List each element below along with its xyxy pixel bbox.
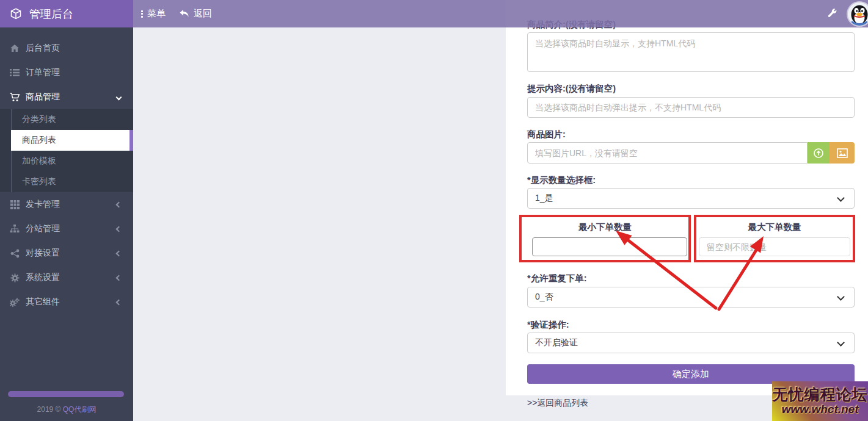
sidebar-item-card-mgmt[interactable]: 发卡管理 — [0, 192, 133, 217]
sidebar-item-label: 后台首页 — [26, 43, 60, 54]
qty-select-label: *显示数量选择框: — [527, 175, 596, 186]
gear-icon — [9, 273, 20, 282]
sidebar-item-markup-template[interactable]: 加价模板 — [0, 151, 133, 171]
brand-header[interactable]: 管理后台 — [0, 0, 133, 27]
upload-image-button[interactable] — [808, 142, 830, 164]
display-qty-value: 1_是 — [535, 193, 553, 204]
grid-icon — [9, 200, 20, 209]
tip-label: 提示内容:(没有请留空) — [527, 83, 616, 95]
sidebar-item-label: 订单管理 — [26, 67, 60, 78]
tip-input[interactable] — [527, 97, 855, 118]
reply-arrow-icon — [179, 9, 189, 18]
back-label: 返回 — [194, 8, 212, 20]
chevron-down-icon — [837, 194, 845, 202]
sidebar-item-label: 商品管理 — [26, 92, 60, 103]
sidebar-item-card-list[interactable]: 卡密列表 — [0, 171, 133, 192]
sidebar-item-product-list[interactable]: 商品列表 — [11, 130, 129, 151]
sidebar-item-substation[interactable]: 分站管理 — [0, 217, 133, 241]
sidebar-item-label: 其它组件 — [26, 297, 60, 308]
chevron-left-icon — [116, 202, 122, 208]
admin-page: 商品简介:(没有请留空) 提示内容:(没有请留空) 商品图片: *显示数量选择框… — [0, 0, 868, 421]
verify-select[interactable]: 不开启验证 — [527, 333, 855, 353]
chevron-down-icon — [837, 293, 845, 301]
verify-value: 不开启验证 — [535, 337, 578, 348]
sidebar-divider-bar — [8, 391, 124, 397]
user-avatar[interactable] — [848, 2, 868, 26]
repeat-order-label: *允许重复下单: — [527, 273, 586, 284]
chevron-left-icon — [116, 251, 122, 257]
vertical-dots-icon — [141, 9, 143, 18]
verify-label: *验证操作: — [527, 319, 569, 331]
cart-icon — [9, 93, 20, 102]
sidebar-item-system-settings[interactable]: 系统设置 — [0, 265, 133, 290]
copyright-year: 2019 © — [37, 405, 61, 414]
chevron-left-icon — [116, 300, 122, 306]
sub-item-label: 商品列表 — [22, 135, 56, 146]
home-icon — [9, 44, 20, 52]
annotation-arrows — [605, 226, 782, 317]
settings-wrench-button[interactable] — [827, 0, 837, 27]
sidebar-item-home[interactable]: 后台首页 — [0, 36, 133, 60]
sidebar-footer: 2019 © QQ代刷网 — [0, 405, 133, 415]
forum-watermark: 无忧编程论坛 www.whct.net — [772, 381, 868, 421]
image-url-input[interactable] — [527, 142, 808, 164]
sidebar-item-docking[interactable]: 对接设置 — [0, 241, 133, 265]
back-button[interactable]: 返回 — [179, 0, 212, 27]
active-item-strip — [129, 130, 133, 151]
cogs-icon — [9, 298, 20, 307]
menu-toggle-button[interactable]: 菜单 — [141, 0, 166, 27]
sidebar-item-products[interactable]: 商品管理 — [0, 85, 133, 109]
qq-penguin-icon — [848, 2, 868, 26]
menu-label: 菜单 — [147, 8, 166, 20]
sidebar-item-orders[interactable]: 订单管理 — [0, 60, 133, 85]
sidebar-item-label: 发卡管理 — [26, 199, 60, 210]
sidebar-item-label: 对接设置 — [26, 248, 60, 259]
chevron-left-icon — [116, 226, 122, 232]
site-link[interactable]: QQ代刷网 — [63, 405, 97, 414]
sidebar-item-category-list[interactable]: 分类列表 — [0, 109, 133, 130]
sub-item-label: 分类列表 — [22, 114, 56, 125]
sidebar-item-other-components[interactable]: 其它组件 — [0, 290, 133, 314]
image-icon — [837, 148, 848, 158]
sidebar-item-label: 分站管理 — [26, 223, 60, 234]
sitemap-icon — [9, 225, 20, 233]
back-to-product-list-link[interactable]: >>返回商品列表 — [527, 398, 588, 409]
display-qty-select[interactable]: 1_是 — [527, 188, 855, 209]
sidebar-item-label: 系统设置 — [26, 272, 60, 283]
sidebar: 管理后台 后台首页 订单管理 — [0, 0, 133, 421]
brand-title: 管理后台 — [29, 7, 73, 21]
chevron-down-icon — [837, 339, 845, 347]
repeat-order-value: 0_否 — [535, 292, 553, 303]
sub-item-label: 加价模板 — [22, 156, 56, 167]
products-submenu: 分类列表 商品列表 加价模板 卡密列表 — [0, 109, 133, 192]
intro-textarea[interactable] — [527, 32, 855, 72]
cube-icon — [10, 8, 22, 20]
watermark-title: 无忧编程论坛 — [773, 386, 868, 402]
pick-image-button[interactable] — [830, 142, 855, 164]
image-label: 商品图片: — [527, 129, 566, 140]
top-navbar: 菜单 返回 — [133, 0, 868, 27]
upload-icon — [813, 148, 824, 159]
watermark-url: www.whct.net — [782, 403, 859, 416]
chevron-down-icon — [116, 95, 122, 101]
list-icon — [9, 68, 20, 77]
chevron-left-icon — [116, 275, 122, 281]
sub-item-label: 卡密列表 — [22, 176, 56, 187]
share-nodes-icon — [9, 249, 20, 258]
wrench-icon — [827, 9, 837, 19]
